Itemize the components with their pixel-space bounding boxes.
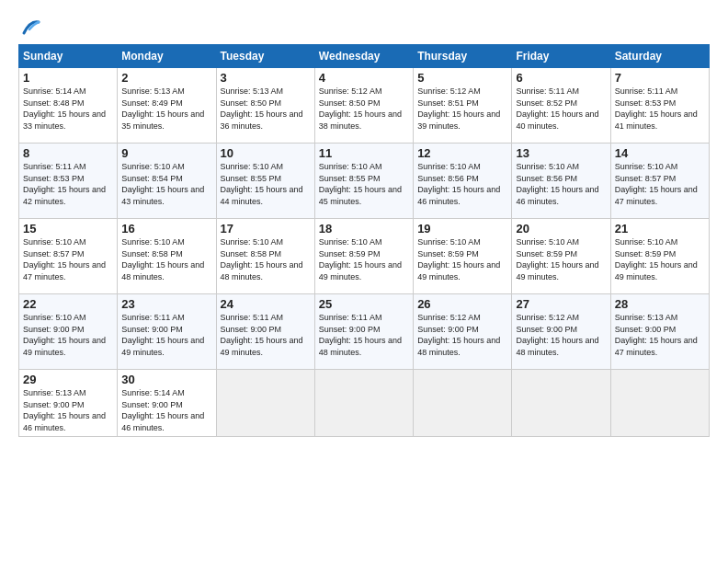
cell-text: Sunrise: 5:10 AMSunset: 8:59 PMDaylight:… bbox=[417, 236, 507, 282]
cell-text: Sunrise: 5:10 AMSunset: 8:55 PMDaylight:… bbox=[319, 161, 409, 207]
header-cell-thursday: Thursday bbox=[414, 45, 512, 68]
calendar-row: 22Sunrise: 5:10 AMSunset: 9:00 PMDayligh… bbox=[19, 294, 710, 370]
calendar-cell: 3Sunrise: 5:13 AMSunset: 8:50 PMDaylight… bbox=[216, 68, 314, 144]
cell-text: Sunrise: 5:12 AMSunset: 9:00 PMDaylight:… bbox=[516, 312, 606, 358]
header-cell-friday: Friday bbox=[512, 45, 610, 68]
calendar-cell: 7Sunrise: 5:11 AMSunset: 8:53 PMDaylight… bbox=[610, 68, 709, 144]
day-number: 14 bbox=[615, 146, 705, 160]
cell-text: Sunrise: 5:11 AMSunset: 8:53 PMDaylight:… bbox=[615, 86, 705, 132]
day-number: 3 bbox=[221, 71, 311, 85]
calendar-cell: 1Sunrise: 5:14 AMSunset: 8:48 PMDaylight… bbox=[19, 68, 118, 144]
cell-text: Sunrise: 5:14 AMSunset: 8:48 PMDaylight:… bbox=[23, 86, 113, 132]
calendar-cell: 12Sunrise: 5:10 AMSunset: 8:56 PMDayligh… bbox=[414, 144, 512, 219]
day-number: 4 bbox=[319, 71, 409, 85]
cell-text: Sunrise: 5:13 AMSunset: 8:50 PMDaylight:… bbox=[221, 86, 311, 132]
day-number: 1 bbox=[23, 71, 113, 85]
header-cell-wednesday: Wednesday bbox=[314, 45, 413, 68]
day-number: 12 bbox=[417, 146, 507, 160]
day-number: 5 bbox=[417, 71, 507, 85]
cell-text: Sunrise: 5:11 AMSunset: 9:00 PMDaylight:… bbox=[319, 312, 409, 358]
calendar-cell: 16Sunrise: 5:10 AMSunset: 8:58 PMDayligh… bbox=[118, 219, 216, 294]
page: SundayMondayTuesdayWednesdayThursdayFrid… bbox=[0, 0, 728, 563]
calendar-table: SundayMondayTuesdayWednesdayThursdayFrid… bbox=[18, 44, 710, 437]
calendar-cell: 5Sunrise: 5:12 AMSunset: 8:51 PMDaylight… bbox=[414, 68, 512, 144]
day-number: 22 bbox=[23, 297, 113, 311]
calendar-cell: 30Sunrise: 5:14 AMSunset: 9:00 PMDayligh… bbox=[118, 370, 216, 437]
cell-text: Sunrise: 5:10 AMSunset: 8:54 PMDaylight:… bbox=[121, 161, 211, 207]
cell-text: Sunrise: 5:13 AMSunset: 9:00 PMDaylight:… bbox=[615, 312, 705, 358]
calendar-cell: 18Sunrise: 5:10 AMSunset: 8:59 PMDayligh… bbox=[314, 219, 413, 294]
calendar-cell: 13Sunrise: 5:10 AMSunset: 8:56 PMDayligh… bbox=[512, 144, 610, 219]
day-number: 26 bbox=[417, 297, 507, 311]
header-cell-sunday: Sunday bbox=[19, 45, 118, 68]
calendar-row: 15Sunrise: 5:10 AMSunset: 8:57 PMDayligh… bbox=[19, 219, 710, 294]
cell-text: Sunrise: 5:11 AMSunset: 8:52 PMDaylight:… bbox=[516, 86, 606, 132]
day-number: 11 bbox=[319, 146, 409, 160]
calendar-cell: 11Sunrise: 5:10 AMSunset: 8:55 PMDayligh… bbox=[314, 144, 413, 219]
day-number: 13 bbox=[516, 146, 606, 160]
day-number: 18 bbox=[319, 222, 409, 236]
day-number: 29 bbox=[23, 373, 113, 386]
cell-text: Sunrise: 5:11 AMSunset: 9:00 PMDaylight:… bbox=[221, 312, 311, 358]
header-cell-tuesday: Tuesday bbox=[216, 45, 314, 68]
day-number: 2 bbox=[121, 71, 211, 85]
cell-text: Sunrise: 5:10 AMSunset: 8:55 PMDaylight:… bbox=[221, 161, 311, 207]
cell-text: Sunrise: 5:10 AMSunset: 8:57 PMDaylight:… bbox=[23, 236, 113, 282]
day-number: 30 bbox=[121, 373, 211, 386]
cell-text: Sunrise: 5:10 AMSunset: 8:58 PMDaylight:… bbox=[121, 236, 211, 282]
calendar-cell: 2Sunrise: 5:13 AMSunset: 8:49 PMDaylight… bbox=[118, 68, 216, 144]
calendar-cell: 22Sunrise: 5:10 AMSunset: 9:00 PMDayligh… bbox=[19, 294, 118, 370]
calendar-cell: 10Sunrise: 5:10 AMSunset: 8:55 PMDayligh… bbox=[216, 144, 314, 219]
calendar-cell: 29Sunrise: 5:13 AMSunset: 9:00 PMDayligh… bbox=[19, 370, 118, 437]
day-number: 7 bbox=[615, 71, 705, 85]
calendar-body: 1Sunrise: 5:14 AMSunset: 8:48 PMDaylight… bbox=[19, 68, 710, 437]
calendar-cell: 15Sunrise: 5:10 AMSunset: 8:57 PMDayligh… bbox=[19, 219, 118, 294]
calendar-cell: 4Sunrise: 5:12 AMSunset: 8:50 PMDaylight… bbox=[314, 68, 413, 144]
calendar-cell: 9Sunrise: 5:10 AMSunset: 8:54 PMDaylight… bbox=[118, 144, 216, 219]
day-number: 17 bbox=[221, 222, 311, 236]
calendar-row: 29Sunrise: 5:13 AMSunset: 9:00 PMDayligh… bbox=[19, 370, 710, 437]
day-number: 10 bbox=[221, 146, 311, 160]
cell-text: Sunrise: 5:10 AMSunset: 8:56 PMDaylight:… bbox=[516, 161, 606, 207]
calendar-cell: 8Sunrise: 5:11 AMSunset: 8:53 PMDaylight… bbox=[19, 144, 118, 219]
calendar-cell: 23Sunrise: 5:11 AMSunset: 9:00 PMDayligh… bbox=[118, 294, 216, 370]
cell-text: Sunrise: 5:10 AMSunset: 8:59 PMDaylight:… bbox=[319, 236, 409, 282]
calendar-cell bbox=[314, 370, 413, 437]
header-row: SundayMondayTuesdayWednesdayThursdayFrid… bbox=[19, 45, 710, 68]
calendar-cell: 19Sunrise: 5:10 AMSunset: 8:59 PMDayligh… bbox=[414, 219, 512, 294]
cell-text: Sunrise: 5:12 AMSunset: 8:51 PMDaylight:… bbox=[417, 86, 507, 132]
calendar-cell: 14Sunrise: 5:10 AMSunset: 8:57 PMDayligh… bbox=[610, 144, 709, 219]
calendar-cell bbox=[512, 370, 610, 437]
calendar-cell: 17Sunrise: 5:10 AMSunset: 8:58 PMDayligh… bbox=[216, 219, 314, 294]
header-cell-saturday: Saturday bbox=[610, 45, 709, 68]
cell-text: Sunrise: 5:11 AMSunset: 9:00 PMDaylight:… bbox=[121, 312, 211, 358]
cell-text: Sunrise: 5:10 AMSunset: 8:59 PMDaylight:… bbox=[516, 236, 606, 282]
header-cell-monday: Monday bbox=[118, 45, 216, 68]
day-number: 28 bbox=[615, 297, 705, 311]
cell-text: Sunrise: 5:14 AMSunset: 9:00 PMDaylight:… bbox=[121, 387, 211, 433]
calendar-cell bbox=[610, 370, 709, 437]
calendar-cell: 27Sunrise: 5:12 AMSunset: 9:00 PMDayligh… bbox=[512, 294, 610, 370]
day-number: 9 bbox=[121, 146, 211, 160]
cell-text: Sunrise: 5:13 AMSunset: 8:49 PMDaylight:… bbox=[121, 86, 211, 132]
calendar-cell: 25Sunrise: 5:11 AMSunset: 9:00 PMDayligh… bbox=[314, 294, 413, 370]
calendar-cell: 28Sunrise: 5:13 AMSunset: 9:00 PMDayligh… bbox=[610, 294, 709, 370]
logo-icon bbox=[20, 17, 40, 37]
cell-text: Sunrise: 5:12 AMSunset: 8:50 PMDaylight:… bbox=[319, 86, 409, 132]
header bbox=[18, 17, 710, 37]
cell-text: Sunrise: 5:10 AMSunset: 8:59 PMDaylight:… bbox=[615, 236, 705, 282]
cell-text: Sunrise: 5:12 AMSunset: 9:00 PMDaylight:… bbox=[417, 312, 507, 358]
day-number: 27 bbox=[516, 297, 606, 311]
logo bbox=[18, 17, 40, 37]
day-number: 21 bbox=[615, 222, 705, 236]
day-number: 20 bbox=[516, 222, 606, 236]
day-number: 8 bbox=[23, 146, 113, 160]
calendar-cell: 20Sunrise: 5:10 AMSunset: 8:59 PMDayligh… bbox=[512, 219, 610, 294]
cell-text: Sunrise: 5:10 AMSunset: 8:58 PMDaylight:… bbox=[221, 236, 311, 282]
calendar-cell bbox=[216, 370, 314, 437]
day-number: 16 bbox=[121, 222, 211, 236]
cell-text: Sunrise: 5:10 AMSunset: 9:00 PMDaylight:… bbox=[23, 312, 113, 358]
cell-text: Sunrise: 5:10 AMSunset: 8:56 PMDaylight:… bbox=[417, 161, 507, 207]
day-number: 25 bbox=[319, 297, 409, 311]
day-number: 6 bbox=[516, 71, 606, 85]
